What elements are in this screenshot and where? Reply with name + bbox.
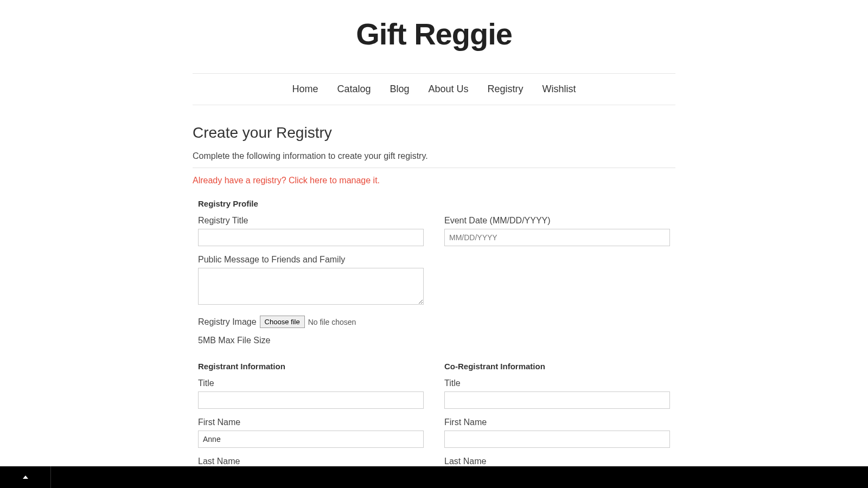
public-message-label: Public Message to Friends and Family [198,255,424,265]
coregistrant-last-name-label: Last Name [444,457,670,466]
nav-about-us[interactable]: About Us [429,84,469,95]
section-coregistrant: Co-Registrant Information [439,362,675,371]
chevron-up-icon [23,476,28,479]
divider [193,168,675,168]
registrant-title-input[interactable] [198,391,424,409]
main-nav: Home Catalog Blog About Us Registry Wish… [193,74,675,105]
site-title: Gift Reggie [0,0,868,62]
registrant-first-name-input[interactable] [198,431,424,448]
bottom-bar [0,466,868,488]
coregistrant-title-label: Title [444,378,670,388]
page-subtitle: Complete the following information to cr… [193,151,675,161]
coregistrant-first-name-label: First Name [444,418,670,427]
nav-registry[interactable]: Registry [488,84,524,95]
nav-catalog[interactable]: Catalog [337,84,371,95]
page-heading: Create your Registry [193,124,675,142]
file-status-text: No file chosen [308,318,356,326]
registry-image-label: Registry Image [198,317,257,327]
event-date-label: Event Date (MM/DD/YYYY) [444,216,670,226]
event-date-input[interactable] [444,229,670,246]
coregistrant-title-input[interactable] [444,391,670,409]
public-message-textarea[interactable] [198,268,424,305]
section-registry-profile: Registry Profile [193,199,675,208]
manage-registry-link[interactable]: Already have a registry? Click here to m… [193,176,380,185]
section-registrant: Registrant Information [193,362,429,371]
coregistrant-first-name-input[interactable] [444,431,670,448]
choose-file-button[interactable]: Choose file [260,316,305,328]
nav-blog[interactable]: Blog [390,84,409,95]
registry-title-label: Registry Title [198,216,424,226]
registrant-title-label: Title [198,378,424,388]
file-size-note: 5MB Max File Size [198,336,424,345]
scroll-top-button[interactable] [0,466,51,488]
nav-wishlist[interactable]: Wishlist [542,84,576,95]
registrant-last-name-label: Last Name [198,457,424,466]
nav-home[interactable]: Home [292,84,318,95]
registrant-first-name-label: First Name [198,418,424,427]
registry-title-input[interactable] [198,229,424,246]
main-nav-wrapper: Home Catalog Blog About Us Registry Wish… [193,73,675,105]
